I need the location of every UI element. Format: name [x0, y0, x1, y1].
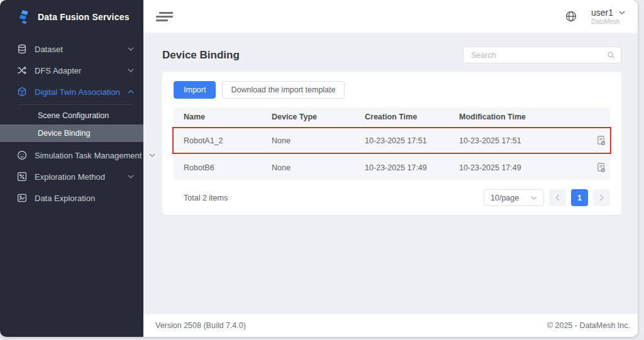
cell-modification-time: 10-23-2025 17:49: [459, 163, 580, 172]
cube-icon: [17, 87, 27, 97]
sidebar-item-dfs-adapter[interactable]: DFS Adapter: [0, 60, 143, 81]
table-row[interactable]: RobotA1_2 None 10-23-2025 17:51 10-23-20…: [174, 128, 610, 153]
app-window: Data Fusion Services Dataset: [0, 0, 638, 337]
language-globe-icon[interactable]: [565, 10, 577, 23]
page-title: Device Binding: [162, 49, 240, 62]
sidebar-item-simulation-task-management[interactable]: Simulation Task Management: [0, 145, 143, 166]
sidebar-item-dataset[interactable]: Dataset: [0, 38, 143, 60]
topbar: user1 DataMesh: [143, 0, 638, 33]
cell-creation-time: 10-23-2025 17:51: [365, 136, 459, 145]
table-row[interactable]: RobotB6 None 10-23-2025 17:49 10-23-2025…: [174, 155, 610, 180]
device-detail-icon[interactable]: [594, 161, 608, 174]
cell-name: RobotA1_2: [184, 136, 272, 145]
sidebar-divider: [18, 104, 132, 105]
app-title: Data Fusion Services: [38, 12, 130, 22]
prev-page-button[interactable]: [549, 189, 566, 206]
chevron-down-icon: [128, 175, 134, 178]
simulation-icon: [17, 150, 27, 160]
sidebar-item-label: Data Exploration: [35, 194, 95, 203]
database-icon: [17, 44, 27, 54]
cell-creation-time: 10-23-2025 17:49: [365, 163, 459, 172]
sidebar-collapse-button[interactable]: [153, 8, 175, 26]
sidebar-item-label: Exploration Method: [35, 172, 105, 182]
chevron-left-icon: [555, 194, 560, 201]
chevron-right-icon: [599, 194, 604, 201]
sidebar-item-label: Simulation Task Management: [35, 151, 142, 160]
column-header-device-type: Device Type: [272, 112, 365, 121]
cell-name: RobotB6: [184, 163, 272, 172]
page-1-button[interactable]: 1: [571, 189, 588, 206]
column-header-name: Name: [184, 112, 272, 121]
device-table: Name Device Type Creation Time Modificat…: [174, 107, 610, 180]
chevron-down-icon: [128, 47, 134, 51]
content-area: Device Binding Import Download the impor…: [143, 33, 638, 313]
sidebar-subitem-label: Device Binding: [38, 129, 90, 138]
user-name: user1: [591, 8, 613, 18]
table-header-row: Name Device Type Creation Time Modificat…: [174, 107, 610, 126]
percent-box-icon: [17, 172, 27, 182]
download-template-button[interactable]: Download the import template: [222, 81, 344, 99]
sidebar-item-label: Dataset: [35, 45, 63, 54]
chevron-down-icon: [619, 11, 625, 14]
page-size-value: 10/page: [491, 194, 519, 202]
column-header-modification-time: Modification Time: [459, 112, 580, 121]
sidebar-item-label: DFS Adapter: [35, 66, 81, 75]
search-box: [463, 47, 621, 63]
cell-device-type: None: [272, 136, 365, 145]
total-items-label: Total 2 items: [184, 194, 228, 202]
device-binding-card: Import Download the import template Name…: [162, 72, 621, 215]
sidebar-item-data-exploration[interactable]: Data Exploration: [0, 187, 143, 209]
main-area: user1 DataMesh Device Binding: [143, 0, 638, 337]
page-size-select[interactable]: 10/page: [484, 189, 544, 206]
chevron-down-icon: [531, 196, 537, 200]
next-page-button[interactable]: [593, 189, 610, 206]
toolbar: Import Download the import template: [174, 81, 610, 99]
chevron-up-icon: [128, 90, 134, 94]
cell-modification-time: 10-23-2025 17:51: [459, 136, 580, 145]
copyright-label: © 2025 - DataMesh Inc.: [547, 321, 630, 330]
user-menu[interactable]: user1 DataMesh: [591, 8, 625, 25]
app-logo: Data Fusion Services: [0, 0, 143, 35]
version-label: Version 2508 (Build 7.4.0): [155, 321, 246, 330]
sidebar: Data Fusion Services Dataset: [0, 0, 143, 337]
image-chart-icon: [17, 193, 27, 203]
sidebar-item-digital-twin-association[interactable]: Digital Twin Association: [0, 81, 143, 102]
device-detail-icon[interactable]: [594, 134, 608, 147]
shuffle-icon: [17, 65, 27, 75]
sidebar-item-label: Digital Twin Association: [35, 87, 120, 97]
org-name: DataMesh: [591, 18, 620, 25]
cell-device-type: None: [272, 163, 365, 172]
footer: Version 2508 (Build 7.4.0) © 2025 - Data…: [143, 313, 638, 337]
pagination-bar: Total 2 items 10/page 1: [174, 189, 610, 206]
sidebar-nav: Dataset DFS Adapter Dig: [0, 38, 143, 209]
column-header-creation-time: Creation Time: [365, 112, 459, 121]
import-button[interactable]: Import: [174, 81, 216, 99]
chevron-down-icon: [128, 69, 134, 72]
search-input[interactable]: [470, 50, 607, 60]
sidebar-subitem-device-binding[interactable]: Device Binding: [0, 124, 143, 142]
sidebar-item-exploration-method[interactable]: Exploration Method: [0, 166, 143, 187]
datamesh-logo-icon: [17, 9, 31, 25]
search-icon[interactable]: [607, 51, 615, 59]
sidebar-subitem-label: Scene Configuration: [38, 111, 109, 120]
sidebar-subitem-scene-configuration[interactable]: Scene Configuration: [0, 107, 143, 124]
